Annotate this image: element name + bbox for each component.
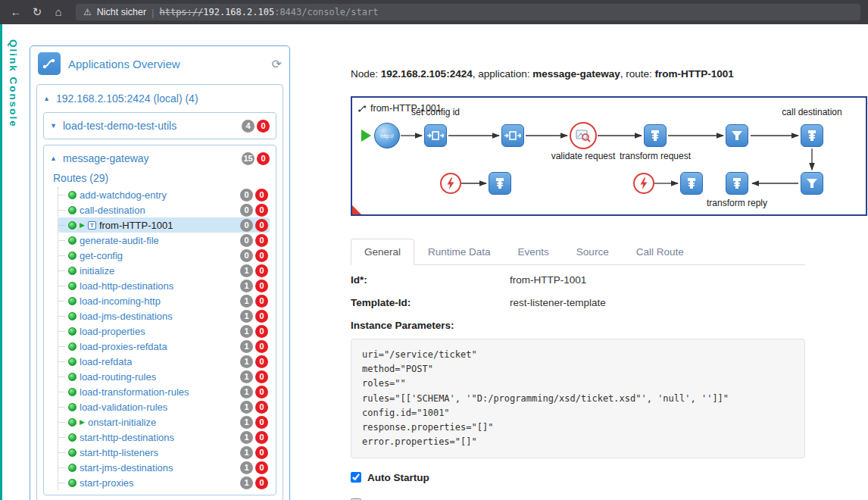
route-item[interactable]: initialize 1 0	[58, 263, 270, 278]
parameter-line: rules="[['SCHEMA', '"D:/programming/xsd/…	[362, 392, 794, 406]
tab[interactable]: Events	[504, 239, 563, 265]
expand-arrow-icon[interactable]: ▼	[50, 122, 58, 130]
route-item[interactable]: load-jms-destinations 1 0	[58, 308, 270, 323]
call-destination-node[interactable]	[801, 124, 823, 147]
application-label[interactable]: load-test-demo-test-utils	[63, 120, 236, 132]
route-item[interactable]: ▶ onstart-initialize 1 0	[58, 414, 270, 430]
route-link[interactable]: from-HTTP-1001	[99, 220, 173, 231]
route-item[interactable]: add-watchdog-entry 0 0	[58, 187, 270, 202]
insecure-warning-icon[interactable]: ⚠	[83, 7, 92, 17]
set-config-node[interactable]	[424, 124, 447, 147]
route-item[interactable]: generate-audit-file 0 0	[58, 233, 270, 248]
error-transform-node[interactable]	[489, 172, 511, 195]
parameter-line: roles=""	[362, 377, 794, 391]
back-icon[interactable]: ←	[8, 4, 24, 20]
route-link[interactable]: start-jms-destinations	[80, 462, 173, 473]
route-link[interactable]: load-jms-destinations	[80, 311, 173, 322]
route-status-icon	[68, 448, 76, 457]
route-link[interactable]: get-config	[80, 250, 123, 261]
reload-icon[interactable]: ↻	[29, 4, 45, 20]
collapse-arrow-icon[interactable]: ▲	[50, 155, 58, 162]
route-item[interactable]: start-proxies 1 0	[58, 475, 270, 490]
server-label[interactable]: 192.168.2.105:2424 (local) (4)	[56, 92, 276, 105]
route-link[interactable]: load-http-destinations	[80, 280, 173, 292]
route-link[interactable]: call-destination	[80, 205, 145, 216]
route-link[interactable]: generate-audit-file	[80, 235, 159, 246]
insecure-warning-label: Nicht sicher	[97, 7, 146, 17]
route-item[interactable]: ▶ T from-HTTP-1001 0 0	[58, 217, 270, 233]
error-handler-node[interactable]	[440, 173, 461, 194]
refresh-icon[interactable]: ⟳	[272, 57, 282, 71]
route-link[interactable]: start-proxies	[80, 477, 134, 489]
route-link[interactable]: load-validation-rules	[80, 402, 167, 413]
filter-node[interactable]	[726, 124, 748, 147]
url-separator: |	[151, 7, 154, 18]
error-handler-node[interactable]	[633, 173, 654, 194]
route-link[interactable]: load-properties	[80, 326, 145, 337]
route-item[interactable]: load-properties 1 0	[58, 323, 270, 339]
error-count-badge: 0	[255, 264, 268, 277]
route-item[interactable]: call-destination 0 0	[58, 202, 270, 217]
route-item[interactable]: load-proxies-refdata 1 0	[58, 339, 270, 354]
set-config-label: set config id	[390, 107, 481, 117]
home-icon[interactable]: ⌂	[50, 4, 67, 20]
message-node[interactable]	[501, 124, 524, 147]
detail-tabs: General Runtime Data Events Source Call …	[351, 239, 805, 265]
processed-count-badge: 1	[240, 416, 253, 429]
route-link[interactable]: add-watchdog-entry	[80, 189, 167, 201]
route-link[interactable]: onstart-initialize	[88, 417, 156, 428]
tab[interactable]: General	[351, 239, 414, 265]
call-destination-label: call destination	[767, 107, 857, 117]
http-node-label: http://	[380, 133, 394, 139]
route-item[interactable]: load-incoming-http 1 0	[58, 293, 270, 308]
route-status-icon	[68, 252, 76, 260]
route-link[interactable]: load-routing-rules	[80, 371, 156, 383]
tab[interactable]: Source	[563, 239, 623, 265]
message-box-icon	[427, 127, 444, 144]
tab[interactable]: Runtime Data	[414, 239, 504, 265]
route-item[interactable]: load-validation-rules 1 0	[58, 399, 270, 414]
tree-connector	[58, 240, 65, 241]
address-bar[interactable]: ⚠ Nicht sicher | https://192.168.2.105:8…	[76, 4, 860, 20]
route-item[interactable]: start-jms-destinations 1 0	[58, 460, 270, 475]
tab[interactable]: Call Route	[623, 239, 698, 265]
auto-startup-checkbox[interactable]	[351, 472, 361, 483]
route-link[interactable]: load-refdata	[80, 356, 132, 367]
route-item[interactable]: start-http-listeners 1 0	[58, 445, 270, 460]
route-link[interactable]: start-http-listeners	[80, 447, 158, 458]
error-count-badge: 0	[255, 355, 268, 368]
validate-request-node[interactable]	[570, 122, 597, 149]
route-status-icon	[68, 358, 76, 366]
route-link[interactable]: initialize	[80, 265, 114, 277]
tree-connector	[58, 255, 65, 256]
route-item[interactable]: load-http-destinations 1 0	[58, 278, 270, 293]
tree-connector	[58, 437, 65, 438]
route-item[interactable]: load-routing-rules 1 0	[58, 369, 270, 384]
http-listener-node[interactable]: http://	[374, 123, 400, 148]
validate-icon	[575, 127, 592, 144]
collapse-arrow-icon[interactable]: ▲	[43, 95, 51, 102]
route-status-icon	[68, 433, 76, 442]
server-node[interactable]: ▲ 192.168.2.105:2424 (local) (4)	[43, 90, 276, 107]
transform-reply-node[interactable]	[726, 172, 748, 195]
route-item[interactable]: load-refdata 1 0	[58, 354, 270, 369]
route-item[interactable]: load-transformation-rules 1 0	[58, 384, 270, 399]
application-label[interactable]: message-gateway	[63, 152, 236, 164]
route-value: from-HTTP-1001	[655, 68, 734, 80]
route-link[interactable]: load-transformation-rules	[80, 386, 189, 398]
route-link[interactable]: load-incoming-http	[80, 295, 161, 307]
error-transform-node[interactable]	[680, 172, 703, 195]
route-link[interactable]: load-proxies-refdata	[80, 341, 167, 352]
route-item[interactable]: start-http-destinations 1 0	[58, 430, 270, 445]
transform-request-node[interactable]	[644, 124, 667, 147]
application-node[interactable]: ▲ message-gateway 15 0	[50, 150, 270, 167]
application-node[interactable]: ▼ load-test-demo-test-utils 4 0	[50, 117, 270, 134]
error-count-badge: 0	[255, 461, 268, 474]
route-count-badge: 15	[242, 152, 254, 165]
reply-filter-node[interactable]	[801, 172, 823, 195]
parameter-line: uri="/service/ticket"	[362, 348, 794, 362]
message-box-icon	[504, 127, 521, 144]
error-count-badge: 0	[255, 370, 268, 383]
route-item[interactable]: get-config 0 0	[58, 248, 270, 263]
route-link[interactable]: start-http-destinations	[80, 432, 174, 443]
